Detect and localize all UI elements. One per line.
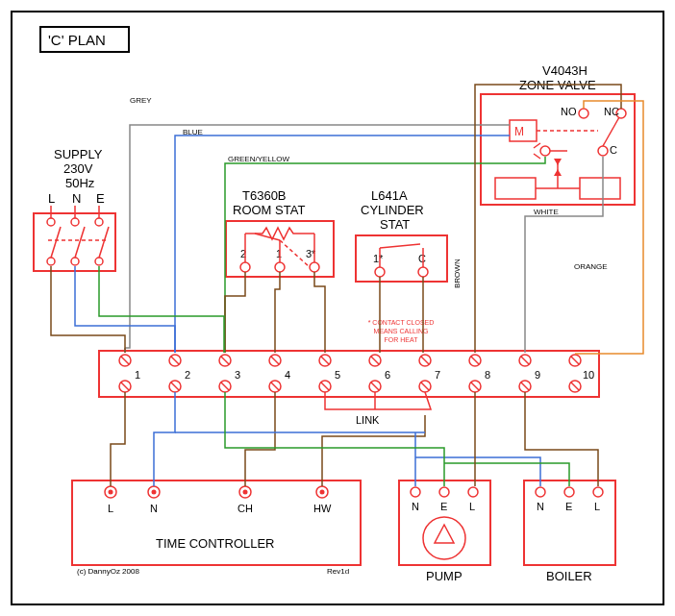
svg-text:NC: NC	[604, 106, 619, 117]
footer-rev: Rev1d	[327, 567, 349, 576]
svg-point-126	[468, 487, 478, 497]
svg-text:HW: HW	[313, 503, 332, 514]
svg-text:TIME CONTROLLER: TIME CONTROLLER	[156, 536, 275, 551]
room-stat: 2 1 3*	[226, 221, 334, 277]
wire-grey-label: GREY	[130, 96, 152, 105]
supply-l: L	[48, 191, 55, 206]
svg-text:4: 4	[285, 369, 290, 381]
svg-text:6: 6	[385, 369, 390, 381]
svg-point-37	[275, 262, 285, 272]
svg-text:7: 7	[435, 369, 440, 381]
svg-point-50	[375, 267, 385, 277]
svg-rect-49	[356, 235, 447, 282]
wire-pump-boiler-e	[225, 392, 569, 486]
svg-text:C: C	[418, 253, 426, 264]
svg-point-111	[109, 490, 113, 495]
svg-point-136	[593, 487, 603, 497]
svg-point-17	[579, 109, 588, 118]
svg-text:PUMP: PUMP	[426, 569, 462, 583]
wire-tc-n	[154, 392, 175, 486]
svg-point-135	[564, 487, 574, 497]
supply-n: N	[72, 191, 81, 206]
svg-text:N: N	[412, 501, 419, 512]
cyl-note3: FOR HEAT	[385, 336, 419, 343]
wire-tc-ch	[245, 392, 275, 486]
wire-white-label: WHITE	[534, 208, 559, 216]
terminal-strip: 1 2 3 4 5	[99, 351, 599, 397]
cylstat-name2: STAT	[380, 217, 410, 232]
wire-gy-label: GREEN/YELLOW	[228, 155, 289, 163]
roomstat-name: ROOM STAT	[233, 203, 305, 217]
svg-point-36	[240, 262, 250, 272]
svg-text:NO: NO	[561, 106, 577, 117]
svg-point-51	[418, 267, 428, 277]
supply-e: E	[96, 191, 105, 206]
svg-text:8: 8	[485, 369, 490, 381]
svg-point-115	[243, 490, 248, 495]
cyl-note1: * CONTACT CLOSED	[368, 319, 435, 326]
svg-text:1: 1	[276, 248, 282, 259]
svg-text:9: 9	[535, 369, 540, 381]
svg-point-6	[95, 258, 103, 265]
svg-point-134	[536, 487, 545, 497]
cyl-note2: MEANS CALLING	[374, 328, 429, 334]
svg-text:E: E	[565, 501, 572, 512]
wire-tc-l	[111, 392, 125, 486]
svg-text:10: 10	[583, 369, 594, 381]
svg-text:BOILER: BOILER	[546, 569, 592, 583]
svg-point-125	[439, 487, 449, 497]
svg-point-124	[411, 487, 420, 497]
svg-point-3	[95, 218, 103, 226]
wire-rs-2	[225, 272, 245, 353]
time-controller: L N CH HW TIME CONTROLLER	[72, 480, 361, 565]
svg-text:L: L	[108, 503, 113, 514]
svg-text:1*: 1*	[373, 253, 384, 264]
wire-blue-label: BLUE	[183, 128, 203, 136]
wire-rs-1	[275, 272, 280, 353]
cylstat-name: CYLINDER	[361, 203, 424, 217]
svg-point-113	[152, 490, 157, 495]
link-label: LINK	[356, 414, 380, 426]
supply-switch	[34, 206, 115, 271]
supply-label: SUPPLY	[54, 147, 103, 161]
supply-voltage: 230V	[63, 161, 93, 176]
wire-boiler-l	[525, 392, 598, 486]
svg-text:2: 2	[185, 369, 190, 381]
svg-text:M: M	[514, 125, 524, 138]
svg-text:CH: CH	[238, 503, 253, 514]
svg-point-117	[320, 490, 325, 495]
svg-text:N: N	[537, 501, 544, 512]
svg-text:N: N	[150, 503, 158, 514]
cylstat-model: L641A	[371, 188, 408, 203]
svg-text:C: C	[610, 144, 617, 156]
valve-model: V4043H	[542, 63, 588, 78]
svg-point-5	[71, 258, 79, 265]
svg-text:E: E	[440, 501, 447, 512]
diagram-title: 'C' PLAN	[48, 32, 106, 48]
zone-valve: M NO NC C	[481, 94, 635, 205]
wire-rs-3	[314, 272, 325, 353]
svg-text:L: L	[594, 501, 600, 512]
svg-point-2	[71, 218, 79, 226]
wire-supply-l	[51, 266, 125, 353]
wire-brown-label: BROWN	[453, 259, 462, 288]
roomstat-model: T6360B	[242, 188, 287, 203]
wire-pump-boiler-n	[175, 432, 540, 486]
wire-supply-e	[99, 266, 224, 353]
svg-text:1: 1	[135, 369, 140, 381]
wire-tc-hw	[322, 392, 425, 486]
svg-point-1	[47, 218, 55, 226]
pump: N E L PUMP	[399, 480, 490, 583]
svg-text:5: 5	[335, 369, 340, 381]
supply-freq: 50Hz	[65, 176, 95, 190]
svg-text:L: L	[469, 501, 475, 512]
cylinder-stat: 1* C	[356, 235, 447, 282]
svg-text:3: 3	[235, 369, 240, 381]
svg-point-38	[310, 262, 319, 272]
svg-point-21	[598, 146, 608, 156]
wire-orange-label: ORANGE	[574, 262, 608, 271]
footer-copy: (c) DannyOz 2008	[77, 567, 139, 576]
svg-point-4	[47, 258, 55, 265]
svg-rect-29	[495, 178, 536, 199]
svg-rect-30	[580, 178, 620, 199]
